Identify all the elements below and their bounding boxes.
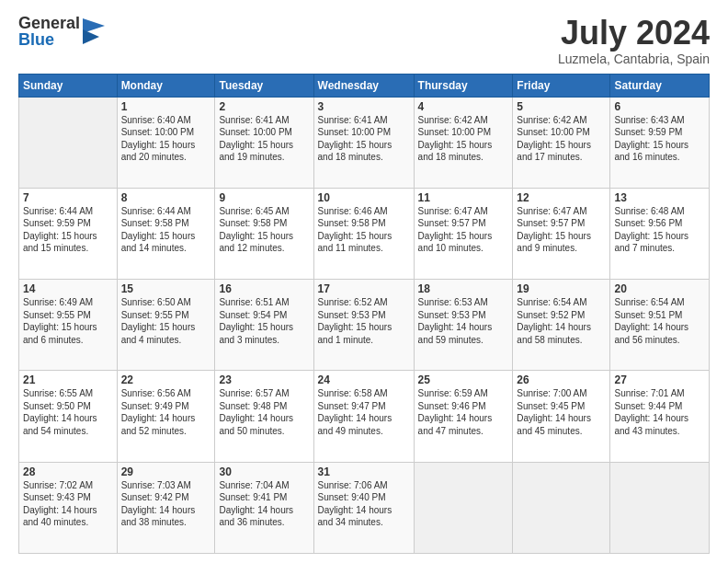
day-info: Sunrise: 6:42 AM Sunset: 10:00 PM Daylig…: [517, 114, 606, 164]
day-number: 16: [219, 282, 309, 295]
logo: General Blue: [18, 15, 105, 48]
day-info: Sunrise: 6:48 AM Sunset: 9:56 PM Dayligh…: [614, 205, 705, 255]
day-number: 28: [23, 465, 113, 478]
col-friday: Friday: [513, 74, 610, 97]
calendar-cell: 4Sunrise: 6:42 AM Sunset: 10:00 PM Dayli…: [414, 97, 513, 188]
calendar-cell: 3Sunrise: 6:41 AM Sunset: 10:00 PM Dayli…: [313, 97, 414, 188]
day-number: 10: [318, 191, 410, 204]
calendar-cell: 14Sunrise: 6:49 AM Sunset: 9:55 PM Dayli…: [19, 280, 118, 371]
title-area: July 2024 Luzmela, Cantabria, Spain: [558, 15, 710, 66]
calendar-cell: 8Sunrise: 6:44 AM Sunset: 9:58 PM Daylig…: [117, 188, 215, 279]
day-number: 2: [219, 100, 309, 113]
calendar-cell: 5Sunrise: 6:42 AM Sunset: 10:00 PM Dayli…: [513, 97, 610, 188]
calendar-cell: 13Sunrise: 6:48 AM Sunset: 9:56 PM Dayli…: [610, 188, 710, 279]
col-thursday: Thursday: [414, 74, 513, 97]
col-sunday: Sunday: [19, 74, 118, 97]
day-info: Sunrise: 6:40 AM Sunset: 10:00 PM Daylig…: [121, 114, 211, 164]
logo-general: General: [18, 15, 80, 31]
col-tuesday: Tuesday: [215, 74, 313, 97]
header: General Blue July 2024 Luzmela, Cantabri…: [18, 15, 710, 66]
day-number: 15: [121, 282, 211, 295]
day-number: 18: [418, 282, 509, 295]
day-number: 13: [614, 191, 705, 204]
calendar-week-3: 14Sunrise: 6:49 AM Sunset: 9:55 PM Dayli…: [19, 280, 710, 371]
header-row: Sunday Monday Tuesday Wednesday Thursday…: [19, 74, 710, 97]
day-info: Sunrise: 7:02 AM Sunset: 9:43 PM Dayligh…: [23, 479, 113, 529]
day-number: 5: [517, 100, 606, 113]
calendar-cell: 10Sunrise: 6:46 AM Sunset: 9:58 PM Dayli…: [313, 188, 414, 279]
calendar-cell: 15Sunrise: 6:50 AM Sunset: 9:55 PM Dayli…: [117, 280, 215, 371]
day-number: 19: [517, 282, 606, 295]
day-info: Sunrise: 6:55 AM Sunset: 9:50 PM Dayligh…: [23, 387, 113, 437]
col-monday: Monday: [117, 74, 215, 97]
day-number: 22: [121, 373, 211, 386]
day-number: 20: [614, 282, 705, 295]
calendar-cell: 16Sunrise: 6:51 AM Sunset: 9:54 PM Dayli…: [215, 280, 313, 371]
day-info: Sunrise: 7:04 AM Sunset: 9:41 PM Dayligh…: [219, 479, 309, 529]
calendar-cell: 23Sunrise: 6:57 AM Sunset: 9:48 PM Dayli…: [215, 371, 313, 462]
day-number: 11: [418, 191, 509, 204]
day-number: 31: [318, 465, 410, 478]
month-title: July 2024: [558, 15, 710, 52]
calendar-cell: 18Sunrise: 6:53 AM Sunset: 9:53 PM Dayli…: [414, 280, 513, 371]
day-info: Sunrise: 6:47 AM Sunset: 9:57 PM Dayligh…: [418, 205, 509, 255]
day-info: Sunrise: 6:42 AM Sunset: 10:00 PM Daylig…: [418, 114, 509, 164]
calendar-cell: 9Sunrise: 6:45 AM Sunset: 9:58 PM Daylig…: [215, 188, 313, 279]
day-info: Sunrise: 6:54 AM Sunset: 9:51 PM Dayligh…: [614, 296, 705, 346]
calendar-body: 1Sunrise: 6:40 AM Sunset: 10:00 PM Dayli…: [19, 97, 710, 553]
calendar-cell: [610, 462, 710, 553]
day-number: 23: [219, 373, 309, 386]
day-number: 14: [23, 282, 113, 295]
calendar-cell: 26Sunrise: 7:00 AM Sunset: 9:45 PM Dayli…: [513, 371, 610, 462]
calendar-cell: 24Sunrise: 6:58 AM Sunset: 9:47 PM Dayli…: [313, 371, 414, 462]
calendar-cell: 12Sunrise: 6:47 AM Sunset: 9:57 PM Dayli…: [513, 188, 610, 279]
day-info: Sunrise: 6:53 AM Sunset: 9:53 PM Dayligh…: [418, 296, 509, 346]
day-number: 17: [318, 282, 410, 295]
day-info: Sunrise: 6:52 AM Sunset: 9:53 PM Dayligh…: [318, 296, 410, 346]
col-saturday: Saturday: [610, 74, 710, 97]
day-info: Sunrise: 6:59 AM Sunset: 9:46 PM Dayligh…: [418, 387, 509, 437]
calendar-cell: 22Sunrise: 6:56 AM Sunset: 9:49 PM Dayli…: [117, 371, 215, 462]
day-number: 26: [517, 373, 606, 386]
day-info: Sunrise: 7:03 AM Sunset: 9:42 PM Dayligh…: [121, 479, 211, 529]
day-info: Sunrise: 6:44 AM Sunset: 9:58 PM Dayligh…: [121, 205, 211, 255]
day-info: Sunrise: 6:44 AM Sunset: 9:59 PM Dayligh…: [23, 205, 113, 255]
day-info: Sunrise: 6:45 AM Sunset: 9:58 PM Dayligh…: [219, 205, 309, 255]
calendar-cell: 29Sunrise: 7:03 AM Sunset: 9:42 PM Dayli…: [117, 462, 215, 553]
day-number: 9: [219, 191, 309, 204]
day-number: 7: [23, 191, 113, 204]
day-info: Sunrise: 6:47 AM Sunset: 9:57 PM Dayligh…: [517, 205, 606, 255]
day-info: Sunrise: 6:46 AM Sunset: 9:58 PM Dayligh…: [318, 205, 410, 255]
calendar-week-1: 1Sunrise: 6:40 AM Sunset: 10:00 PM Dayli…: [19, 97, 710, 188]
day-number: 21: [23, 373, 113, 386]
day-info: Sunrise: 6:50 AM Sunset: 9:55 PM Dayligh…: [121, 296, 211, 346]
day-info: Sunrise: 6:51 AM Sunset: 9:54 PM Dayligh…: [219, 296, 309, 346]
calendar-header: Sunday Monday Tuesday Wednesday Thursday…: [19, 74, 710, 97]
day-number: 8: [121, 191, 211, 204]
day-number: 24: [318, 373, 410, 386]
logo-icon: [83, 18, 105, 44]
calendar-cell: 28Sunrise: 7:02 AM Sunset: 9:43 PM Dayli…: [19, 462, 118, 553]
calendar-cell: 27Sunrise: 7:01 AM Sunset: 9:44 PM Dayli…: [610, 371, 710, 462]
day-info: Sunrise: 7:06 AM Sunset: 9:40 PM Dayligh…: [318, 479, 410, 529]
calendar-week-5: 28Sunrise: 7:02 AM Sunset: 9:43 PM Dayli…: [19, 462, 710, 553]
calendar-cell: 6Sunrise: 6:43 AM Sunset: 9:59 PM Daylig…: [610, 97, 710, 188]
calendar-cell: [414, 462, 513, 553]
day-info: Sunrise: 6:57 AM Sunset: 9:48 PM Dayligh…: [219, 387, 309, 437]
day-info: Sunrise: 6:56 AM Sunset: 9:49 PM Dayligh…: [121, 387, 211, 437]
page: General Blue July 2024 Luzmela, Cantabri…: [0, 0, 728, 563]
logo-blue: Blue: [18, 31, 80, 48]
calendar-cell: 11Sunrise: 6:47 AM Sunset: 9:57 PM Dayli…: [414, 188, 513, 279]
day-number: 30: [219, 465, 309, 478]
calendar-cell: 20Sunrise: 6:54 AM Sunset: 9:51 PM Dayli…: [610, 280, 710, 371]
calendar-cell: 30Sunrise: 7:04 AM Sunset: 9:41 PM Dayli…: [215, 462, 313, 553]
svg-marker-1: [83, 29, 99, 44]
day-number: 1: [121, 100, 211, 113]
calendar-cell: 21Sunrise: 6:55 AM Sunset: 9:50 PM Dayli…: [19, 371, 118, 462]
calendar-cell: [513, 462, 610, 553]
day-number: 12: [517, 191, 606, 204]
day-number: 27: [614, 373, 705, 386]
calendar-cell: 31Sunrise: 7:06 AM Sunset: 9:40 PM Dayli…: [313, 462, 414, 553]
calendar-cell: [19, 97, 118, 188]
day-number: 3: [318, 100, 410, 113]
